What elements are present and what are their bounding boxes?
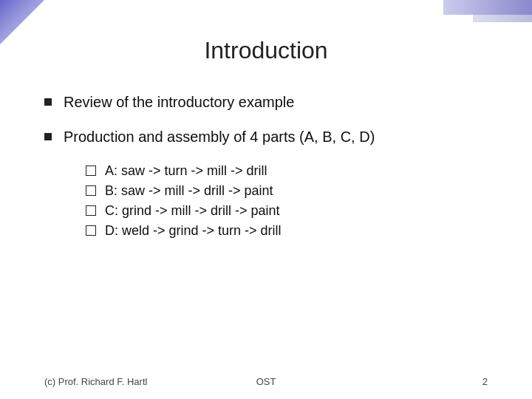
sub-bullet-icon-a [86, 166, 96, 176]
sub-bullet-d: D: weld -> grind -> turn -> drill [86, 223, 488, 239]
footer-center-text: OST [256, 376, 276, 387]
slide-title: Introduction [44, 37, 488, 64]
bullet-item-1: Review of the introductory example [44, 94, 488, 111]
bullet-text-1: Review of the introductory example [64, 94, 294, 111]
bullet-square-2 [44, 133, 52, 140]
sub-bullet-text-a: A: saw -> turn -> mill -> drill [105, 163, 267, 179]
sub-bullet-icon-d [86, 225, 96, 236]
sub-bullet-text-b: B: saw -> mill -> drill -> paint [105, 183, 273, 199]
bullet-section-2: Production and assembly of 4 parts (A, B… [44, 129, 488, 243]
sub-bullet-b: B: saw -> mill -> drill -> paint [86, 183, 488, 199]
sub-bullet-text-c: C: grind -> mill -> drill -> paint [105, 203, 280, 219]
slide-content: Introduction Review of the introductory … [0, 0, 532, 399]
bullet-item-2: Production and assembly of 4 parts (A, B… [44, 129, 488, 146]
page-number: 2 [482, 376, 488, 387]
sub-bullet-icon-c [86, 205, 96, 216]
footer-left: (c) Prof. Richard F. Hartl [44, 376, 147, 387]
bullet-text-2: Production and assembly of 4 parts (A, B… [64, 129, 375, 146]
sub-bullet-c: C: grind -> mill -> drill -> paint [86, 203, 488, 219]
bullet-square-1 [44, 98, 52, 106]
sub-bullet-a: A: saw -> turn -> mill -> drill [86, 163, 488, 179]
sub-bullet-icon-b [86, 185, 96, 196]
footer-center: OST [256, 376, 276, 387]
sub-bullets: A: saw -> turn -> mill -> drill B: saw -… [86, 163, 488, 239]
sub-bullet-text-d: D: weld -> grind -> turn -> drill [105, 223, 282, 239]
